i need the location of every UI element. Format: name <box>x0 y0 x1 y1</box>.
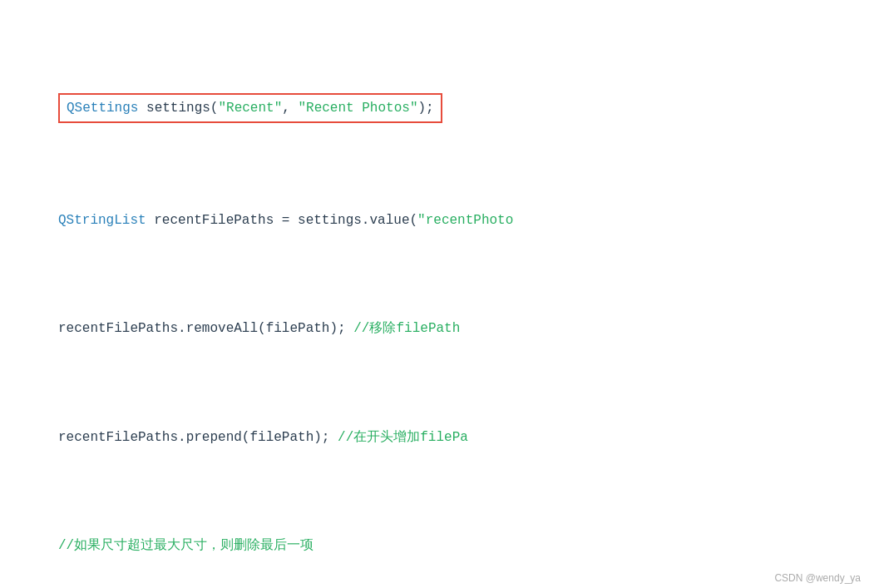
code-line-3: recentFilePaths.removeAll(filePath); //移… <box>17 317 852 340</box>
code-line-1: QSettings settings("Recent", "Recent Pho… <box>17 93 852 123</box>
code-comment-size-check: //如果尺寸超过最大尺寸，则删除最后一项 <box>58 538 314 553</box>
code-block: QSettings settings("Recent", "Recent Pho… <box>0 8 869 588</box>
code-token-semicolon1: ); <box>417 101 433 116</box>
code-token-qstringlist1: QStringList <box>58 213 146 228</box>
code-token-comma: , <box>282 101 298 116</box>
code-line-5: //如果尺寸超过最大尺寸，则删除最后一项 <box>17 534 852 557</box>
watermark: CSDN @wendy_ya <box>774 572 861 584</box>
code-comment-removeall: //移除filePath <box>353 321 460 336</box>
code-token-settings-call: settings( <box>138 101 218 116</box>
code-token-recentfilepaths-assign: recentFilePaths = settings.value( <box>146 213 417 228</box>
code-token-str-recent: "Recent" <box>218 101 282 116</box>
code-line-4: recentFilePaths.prepend(filePath); //在开头… <box>17 426 852 449</box>
code-token-str-recentphoto: "recentPhoto <box>417 213 513 228</box>
code-container: QSettings settings("Recent", "Recent Pho… <box>0 0 869 588</box>
code-token-str-recent-photos: "Recent Photos" <box>298 101 417 116</box>
code-token-prepend: recentFilePaths.prepend(filePath); <box>58 430 338 445</box>
code-token-removeall: recentFilePaths.removeAll(filePath); <box>58 321 353 336</box>
code-comment-prepend: //在开头增加filePa <box>338 430 468 445</box>
code-line-2: QStringList recentFilePaths = settings.v… <box>17 209 852 232</box>
code-token-qsettings: QSettings <box>67 101 138 116</box>
